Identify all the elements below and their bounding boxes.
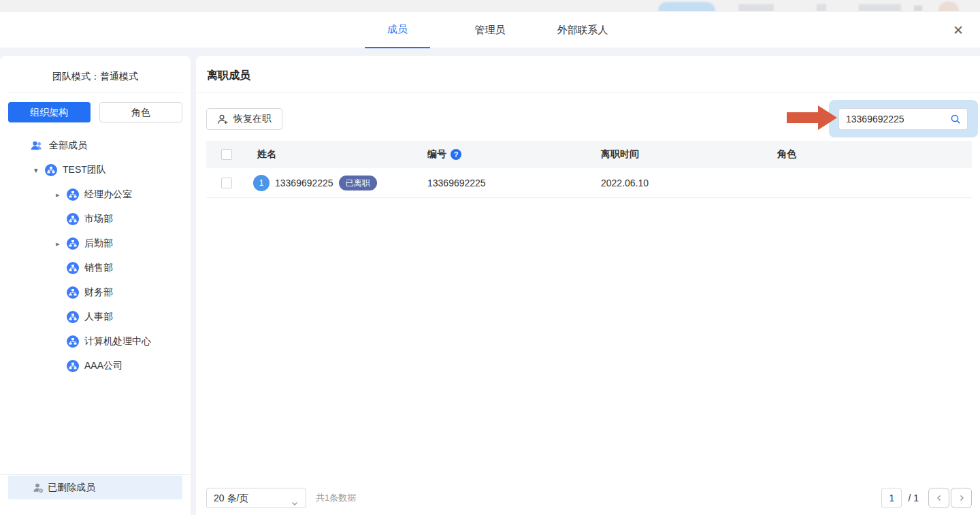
select-all-checkbox[interactable] [221,149,232,160]
page-size-value: 20 条/页 [214,493,248,503]
tree-item-finance[interactable]: 财务部 [0,280,191,305]
restore-person-icon [217,114,229,125]
team-mode-label: 团队模式：普通模式 [0,56,191,83]
search-icon[interactable] [950,114,961,124]
department-icon [67,237,79,250]
tree-item-label: AAA公司 [84,360,122,372]
search-input[interactable] [838,108,968,130]
tree-item-label: 销售部 [84,262,113,274]
page-number-input[interactable] [881,488,902,508]
tree-item-manager-office[interactable]: ▸ 经理办公室 [0,182,191,207]
toolbar: 恢复在职 [196,93,980,141]
tree-item-label: 市场部 [84,213,113,225]
department-icon [67,213,79,225]
sidebar: 团队模式：普通模式 组织架构 角色 全部成员 ▾ TEST团队 ▸ 经理办公室 [0,56,191,515]
prev-page-button[interactable] [928,488,949,508]
tree-item-label: 后勤部 [84,237,113,250]
department-icon [67,335,79,348]
tree-item-label: TEST团队 [63,164,106,176]
caret-right-icon[interactable]: ▸ [56,239,67,248]
column-header-leave-time: 离职时间 [593,148,767,161]
total-count-label: 共1条数据 [316,492,356,504]
next-page-button[interactable] [951,488,972,508]
column-header-number: 编号 [427,148,446,161]
role-button[interactable]: 角色 [99,102,183,122]
table-header-row: 姓名 编号 ? 离职时间 角色 [206,141,972,168]
background-button-remnant [658,2,715,12]
department-icon [67,360,79,372]
caret-down-icon[interactable]: ▾ [34,166,45,175]
tree-item-label: 经理办公室 [84,188,132,201]
department-icon [67,311,79,323]
avatar: 1 [253,175,270,191]
tree-item-label: 人事部 [84,311,113,323]
deleted-members-section: 已删除成员 [0,474,191,515]
tab-bar: 成员 管理员 外部联系人 [365,12,615,48]
member-number: 13369692225 [419,178,593,188]
tab-members[interactable]: 成员 [365,12,430,48]
tree-item-logistics[interactable]: ▸ 后勤部 [0,231,191,256]
sidebar-item-label: 已删除成员 [48,482,95,494]
people-icon [30,139,44,152]
org-structure-button[interactable]: 组织架构 [8,102,91,122]
background-menu-remnant [859,4,901,12]
modal-header: 成员 管理员 外部联系人 ✕ [0,12,980,48]
column-header-name: 姓名 [247,148,419,161]
restore-button-label: 恢复在职 [233,113,272,125]
caret-right-icon[interactable]: ▸ [56,190,67,199]
department-icon [45,164,57,176]
restore-employment-button[interactable]: 恢复在职 [206,108,282,130]
tree-item-label: 财务部 [84,286,113,299]
tree-item-aaa-company[interactable]: AAA公司 [0,354,191,378]
tree-item-test-team[interactable]: ▾ TEST团队 [0,158,191,182]
tree-item-sales[interactable]: 销售部 [0,256,191,280]
main-panel: 离职成员 恢复在职 姓名 编号 ? 离职时间 角色 [196,56,980,515]
sidebar-item-deleted-members[interactable]: 已删除成员 [8,476,182,499]
background-menu-remnant [738,4,774,12]
table-footer: 20 条/页 共1条数据 / 1 [206,488,972,508]
page-total-label: / 1 [908,493,919,503]
department-icon [67,286,79,299]
pagination: / 1 [881,488,972,508]
department-icon [67,262,79,274]
background-avatar-remnant [938,1,959,12]
tree-item-computer-center[interactable]: 计算机处理中心 [0,329,191,354]
row-checkbox[interactable] [221,178,232,188]
page-size-select[interactable]: 20 条/页 [206,488,306,508]
background-app-strip [0,0,980,12]
close-icon[interactable]: ✕ [946,18,970,42]
leave-time: 2022.06.10 [593,178,767,188]
tree-item-marketing[interactable]: 市场部 [0,207,191,231]
tree-item-label: 全部成员 [49,139,87,152]
resigned-members-table: 姓名 编号 ? 离职时间 角色 1 13369692225 已离职 133696… [206,141,972,198]
tree-item-all-members[interactable]: 全部成员 [0,133,191,158]
status-badge: 已离职 [339,176,377,190]
org-tree: 全部成员 ▾ TEST团队 ▸ 经理办公室 市场部 ▸ [0,133,191,378]
background-icon-remnant [914,5,922,12]
deleted-person-icon [33,482,44,493]
column-header-role: 角色 [767,148,972,161]
department-icon [67,188,79,201]
tree-item-hr[interactable]: 人事部 [0,305,191,329]
background-icon-remnant [817,4,826,12]
member-name: 13369692225 [275,178,333,188]
page-title: 离职成员 [196,56,980,93]
tab-external-contacts[interactable]: 外部联系人 [550,12,615,48]
tree-item-label: 计算机处理中心 [84,335,151,348]
chevron-down-icon [291,495,299,514]
help-icon[interactable]: ? [451,149,461,160]
tab-admins[interactable]: 管理员 [457,12,523,48]
annotation-arrow-icon [787,105,837,130]
table-row[interactable]: 1 13369692225 已离职 13369692225 2022.06.10 [206,168,972,198]
